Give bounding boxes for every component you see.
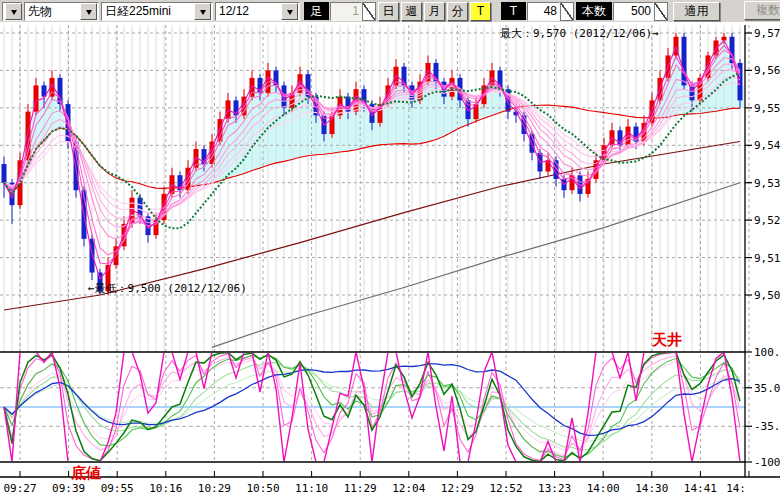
x-axis-label: 14:30 <box>635 482 668 495</box>
candle-body <box>2 164 7 183</box>
oscillator-axis-label: -35.00 <box>754 420 780 433</box>
chevron-down-icon[interactable] <box>80 3 97 20</box>
period-day-button[interactable]: 日 <box>378 2 399 21</box>
oscillator-axis-label: 35.00 <box>754 382 780 395</box>
tick-count-stepper[interactable] <box>527 2 574 21</box>
spinner-icon[interactable] <box>654 2 668 21</box>
spinner-icon[interactable] <box>560 2 574 21</box>
tick-mode-button[interactable]: T <box>470 2 491 21</box>
multi-symbol-button[interactable]: 複数銘柄 <box>744 1 780 20</box>
oscillator-axis-label: 100.00 <box>754 346 780 359</box>
chevron-down-icon[interactable] <box>5 3 22 20</box>
candle-body <box>546 160 551 171</box>
x-axis-label: 11:29 <box>344 482 377 495</box>
min-price-annotation: ←最低：9,500 (2012/12/06) <box>88 281 247 296</box>
x-axis-label: 09:55 <box>101 482 134 495</box>
x-axis-label: 11:10 <box>295 482 328 495</box>
chevron-down-icon[interactable] <box>281 3 298 20</box>
y-axis-label: 9,500 <box>754 289 780 302</box>
max-price-annotation: 最大：9,570 (2012/12/06)→ <box>500 26 659 41</box>
y-axis-label: 9,570 <box>754 27 780 40</box>
period-week-button[interactable]: 週 <box>401 2 422 21</box>
chevron-down-icon[interactable] <box>194 3 211 20</box>
x-axis-label: 14: <box>726 482 746 495</box>
y-axis-label: 9,540 <box>754 139 780 152</box>
interval-input[interactable] <box>330 2 362 21</box>
ceiling-label: 天井 <box>652 331 682 350</box>
x-axis-label: 12:29 <box>441 482 474 495</box>
bar-count-stepper[interactable] <box>613 2 668 21</box>
bar-count-input[interactable] <box>613 2 654 21</box>
y-axis-label: 9,550 <box>754 102 780 115</box>
y-axis-label: 9,520 <box>754 214 780 227</box>
instrument-value: 先物 <box>28 3 52 20</box>
instrument-dropdown[interactable]: 先物 <box>24 2 99 21</box>
symbol-dropdown[interactable]: 日経225mini <box>101 2 213 21</box>
interval-stepper[interactable] <box>330 2 376 21</box>
x-axis-label: 10:16 <box>149 482 182 495</box>
period-minute-button[interactable]: 分 <box>447 2 468 21</box>
x-axis-label: 09:39 <box>52 482 85 495</box>
spinner-icon[interactable] <box>362 2 376 21</box>
price-chart-canvas: 9,5709,5609,5509,5409,5309,5209,5109,500… <box>0 0 780 500</box>
x-axis-label: 10:50 <box>246 482 279 495</box>
y-axis-label: 9,530 <box>754 177 780 190</box>
chart-style-dropdown[interactable] <box>2 2 22 21</box>
x-axis-label: 14:41 <box>684 482 717 495</box>
candle-body <box>682 37 687 86</box>
candle-body <box>354 89 359 111</box>
bar-count-tag: 本数 <box>576 2 612 20</box>
symbol-value: 日経225mini <box>105 3 171 20</box>
oscillator-line <box>4 360 740 450</box>
tick-tag: T <box>501 2 526 20</box>
x-axis-label: 12:52 <box>489 482 522 495</box>
oscillator-line <box>4 363 740 450</box>
toolbar: 先物 日経225mini 12/12 足 日 週 月 分 T T 本数 適用 複… <box>0 0 780 22</box>
contract-month-dropdown[interactable]: 12/12 <box>215 2 300 21</box>
period-month-button[interactable]: 月 <box>424 2 445 21</box>
x-axis-label: 09:27 <box>3 482 36 495</box>
x-axis-label: 14:00 <box>587 482 620 495</box>
x-axis-label: 12:04 <box>392 482 425 495</box>
oscillator-axis-label: -100.00 <box>754 456 780 469</box>
candle-body <box>58 78 63 104</box>
x-axis-label: 10:29 <box>198 482 231 495</box>
bar-type-tag: 足 <box>304 2 329 20</box>
bottom-label: 底値 <box>71 464 101 483</box>
apply-button[interactable]: 適用 <box>673 2 720 21</box>
y-axis-label: 9,510 <box>754 252 780 265</box>
chart-app-window: { "toolbar": { "instrument_value": "先物",… <box>0 0 780 500</box>
tick-count-input[interactable] <box>527 2 560 21</box>
contract-value: 12/12 <box>219 4 249 18</box>
cloud-band <box>720 41 728 110</box>
oscillator-line <box>4 364 740 436</box>
x-axis-label: 13:23 <box>538 482 571 495</box>
y-axis-label: 9,560 <box>754 64 780 77</box>
